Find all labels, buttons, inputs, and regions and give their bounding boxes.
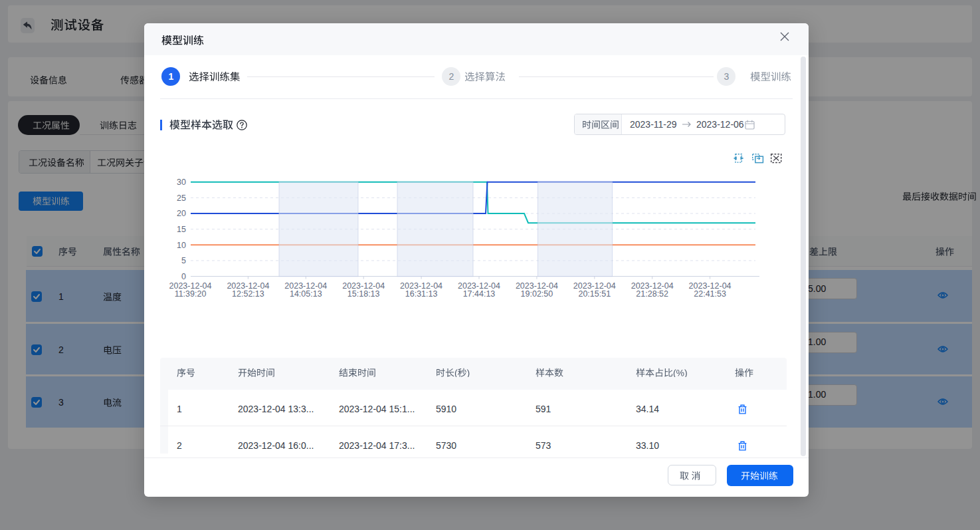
svg-text:12:52:13: 12:52:13: [232, 289, 264, 299]
svg-text:20: 20: [177, 209, 186, 218]
svg-text:15:18:13: 15:18:13: [347, 289, 380, 299]
svg-text:20:15:51: 20:15:51: [578, 289, 611, 299]
svg-text:25: 25: [177, 194, 186, 203]
svg-text:15: 15: [177, 225, 186, 234]
svg-text:30: 30: [177, 178, 186, 187]
svg-text:19:02:50: 19:02:50: [521, 289, 553, 299]
svg-text:5: 5: [181, 256, 186, 265]
svg-text:14:05:13: 14:05:13: [290, 289, 322, 299]
svg-text:0: 0: [181, 272, 186, 281]
svg-text:16:31:13: 16:31:13: [405, 289, 438, 299]
svg-text:10: 10: [177, 241, 186, 250]
svg-text:21:28:52: 21:28:52: [636, 289, 668, 299]
svg-text:22:41:53: 22:41:53: [694, 289, 726, 299]
svg-text:11:39:20: 11:39:20: [175, 289, 207, 299]
svg-text:17:44:13: 17:44:13: [463, 289, 496, 299]
